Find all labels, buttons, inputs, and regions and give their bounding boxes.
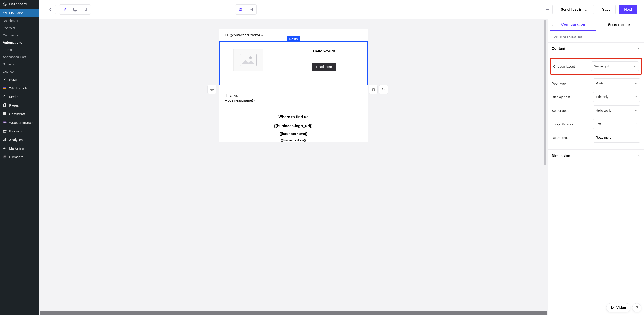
svg-rect-13 <box>4 139 5 141</box>
svg-point-22 <box>85 10 86 11</box>
accordion-content-header[interactable]: Content <box>548 42 644 55</box>
desktop-preview-button[interactable] <box>70 4 80 14</box>
button-text-input[interactable] <box>593 133 640 143</box>
pencil-icon <box>62 7 67 12</box>
post-type-select[interactable]: Posts <box>593 78 640 88</box>
sidebar-item-woocommerce[interactable]: Woo WooCommerce <box>0 118 39 127</box>
copy-block-button[interactable] <box>369 85 378 94</box>
svg-marker-33 <box>612 307 614 309</box>
image-position-row: Image Position Left <box>552 119 640 129</box>
chevron-down-icon <box>634 109 638 112</box>
mobile-preview-button[interactable] <box>80 4 90 14</box>
sidebar-sub-dashboard[interactable]: Dashboard <box>0 17 39 24</box>
sidebar-label: WooCommerce <box>9 121 32 124</box>
image-position-select[interactable]: Left <box>593 119 640 129</box>
sidebar-label: Marketing <box>9 146 24 150</box>
sidebar-item-pages[interactable]: Pages <box>0 101 39 109</box>
collapse-button[interactable] <box>46 4 56 14</box>
device-switcher <box>59 4 91 15</box>
sidebar-item-dashboard[interactable]: Dashboard <box>0 0 39 8</box>
select-post-row: Select post Hello world! <box>552 105 640 115</box>
svg-point-27 <box>547 9 548 10</box>
sidebar-item-comments[interactable]: Comments <box>0 109 39 118</box>
panel-back-button[interactable] <box>551 24 554 27</box>
email-canvas[interactable]: Hi {{contact.firstName}}, Posts <box>220 29 368 142</box>
posts-block-selected[interactable]: Posts <box>220 41 368 85</box>
video-help-button[interactable]: Video <box>606 303 630 312</box>
read-more-button[interactable]: Read more <box>312 63 336 71</box>
sidebar-label: Pages <box>9 103 19 107</box>
sidebar-sub-abandoned-cart[interactable]: Abandoned Cart <box>0 53 39 61</box>
undo-icon <box>382 87 386 91</box>
button-text-row: Button text <box>552 133 640 143</box>
sidebar-item-elementor[interactable]: Elementor <box>0 153 39 161</box>
footer-business-address: {{business.address}} <box>220 139 368 142</box>
help-button[interactable]: ? <box>632 303 641 312</box>
sidebar-sub-contacts[interactable]: Contacts <box>0 24 39 32</box>
bars-icon <box>3 138 7 142</box>
sidebar-label: WP Funnels <box>9 86 28 90</box>
footer-business-name: {{business.name}} <box>220 132 368 136</box>
block-type-label: Posts <box>287 36 300 42</box>
move-block-button[interactable] <box>208 85 216 94</box>
blocks-view-button[interactable] <box>236 4 246 14</box>
sidebar-sub-settings[interactable]: Settings <box>0 61 39 68</box>
sidebar-label: Mail Mint <box>9 11 23 15</box>
sidebar-item-media[interactable]: Media <box>0 92 39 101</box>
button-text-field[interactable] <box>596 136 638 139</box>
text-view-button[interactable] <box>246 4 256 14</box>
display-post-select[interactable]: Title only <box>593 92 640 102</box>
sidebar-sub-forms[interactable]: Forms <box>0 46 39 53</box>
choose-layout-select[interactable]: Single grid <box>591 61 639 71</box>
svg-rect-17 <box>5 156 6 157</box>
accordion-dimension-header[interactable]: Dimension <box>548 150 644 162</box>
accordion-label: Dimension <box>552 154 570 158</box>
svg-rect-20 <box>73 8 77 10</box>
edit-mode-button[interactable] <box>59 4 70 14</box>
svg-point-5 <box>4 96 5 97</box>
elementor-icon <box>3 155 7 159</box>
send-test-email-button[interactable]: Send Test Email <box>556 4 594 14</box>
select-value: Posts <box>596 81 604 85</box>
pages-icon <box>3 103 7 107</box>
choose-layout-label: Choose layout <box>553 64 575 68</box>
sidebar-item-wpfunnels[interactable]: WP Funnels <box>0 84 39 92</box>
sidebar-sub-campaigns[interactable]: Campaigns <box>0 32 39 39</box>
svg-rect-19 <box>5 157 6 158</box>
sidebar-label: Analytics <box>9 138 23 142</box>
sidebar-item-products[interactable]: Products <box>0 127 39 135</box>
archive-icon <box>3 129 7 133</box>
business-name-text[interactable]: {{business.name}} <box>220 98 368 103</box>
undo-button[interactable] <box>379 85 388 94</box>
email-footer[interactable]: Where to find us {{business.logo_url}} {… <box>220 103 368 142</box>
sidebar-sub-licence[interactable]: Licence <box>0 68 39 75</box>
media-icon <box>3 95 7 99</box>
chevron-down-icon <box>634 95 638 98</box>
tab-source-code[interactable]: Source code <box>596 23 642 30</box>
sidebar-item-posts[interactable]: Posts <box>0 75 39 84</box>
more-options-button[interactable] <box>542 4 552 14</box>
next-button[interactable]: Next <box>619 4 637 14</box>
svg-rect-4 <box>3 88 6 89</box>
editor-topbar: Send Test Email Save Next <box>39 0 644 19</box>
save-button[interactable]: Save <box>597 4 616 14</box>
help-icon: ? <box>636 305 638 311</box>
sidebar-item-marketing[interactable]: Marketing <box>0 144 39 153</box>
accordion-label: Content <box>552 47 565 51</box>
thanks-text[interactable]: Thanks, <box>220 88 368 98</box>
gauge-icon <box>3 2 7 6</box>
tab-configuration[interactable]: Configuration <box>550 22 596 31</box>
comment-icon <box>3 112 7 116</box>
horizontal-scrollbar[interactable] <box>40 311 547 315</box>
settings-panel: Configuration Source code POSTS ATTRIBUT… <box>548 19 644 315</box>
svg-point-28 <box>548 9 549 10</box>
sidebar-sub-automations[interactable]: Automations <box>0 39 39 46</box>
svg-rect-16 <box>4 156 4 157</box>
chevrons-left-icon <box>49 7 53 12</box>
sidebar-label: Elementor <box>9 155 24 159</box>
sidebar-item-analytics[interactable]: Analytics <box>0 135 39 144</box>
play-icon <box>610 306 614 310</box>
sidebar-item-mailmint[interactable]: Mail Mint <box>0 8 39 17</box>
select-post-select[interactable]: Hello world! <box>593 105 640 115</box>
svg-rect-23 <box>239 8 241 9</box>
